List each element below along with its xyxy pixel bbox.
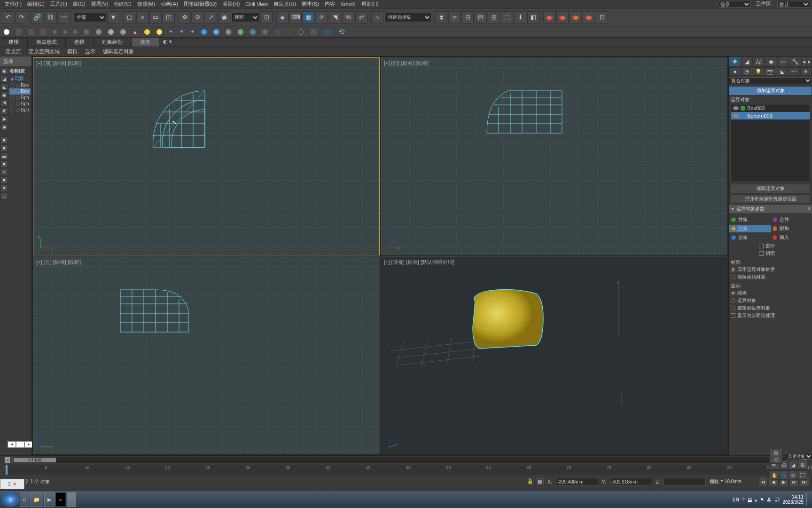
disp-radio-result[interactable] <box>731 291 735 295</box>
render-button[interactable]: 🫖 <box>556 11 569 24</box>
open-explorer-button[interactable]: 打开布尔操作资源管理器 <box>731 194 810 204</box>
add-operand-button[interactable]: 添加运算对象 <box>729 86 812 95</box>
taskbar-explorer-icon[interactable]: 📁 <box>30 492 43 507</box>
create-sel-button[interactable]: ⌂ <box>371 11 383 24</box>
time-slider-thumb[interactable]: 0 / 100 <box>14 458 56 462</box>
cut-checkbox[interactable] <box>759 251 764 256</box>
lt-tool-icon[interactable]: ◣ <box>0 83 8 91</box>
start-button[interactable]: ⊞ <box>2 492 19 507</box>
lock-icon[interactable]: 🔒 <box>527 478 533 485</box>
viewport-label[interactable]: [+] [顶] [标准] [线框] <box>36 60 81 67</box>
disp-radio-selected[interactable] <box>731 306 735 310</box>
pivot-button[interactable]: ⊡ <box>260 11 273 24</box>
rollout-params-header[interactable]: ▼运算对象参数⠿ <box>729 205 812 213</box>
login-combo[interactable]: 登录 <box>718 1 751 8</box>
nav-orbit-icon[interactable]: ⟳ <box>789 470 798 480</box>
system-subtab[interactable]: ✳ <box>800 67 812 76</box>
mirror-button[interactable]: ⧗ <box>435 11 447 24</box>
disp-radio-operands[interactable] <box>731 298 735 303</box>
window-crossing-button[interactable]: ◫ <box>163 11 175 24</box>
display-tab[interactable]: ▭ <box>777 56 789 67</box>
menu-civil[interactable]: Civil View <box>242 1 270 7</box>
link-button[interactable]: 🔗 <box>31 11 43 24</box>
yellow-sphere-icon[interactable] <box>144 29 150 35</box>
tray-vol-icon[interactable]: 🔊 <box>774 497 780 502</box>
viewport-top[interactable]: [+] [顶] [标准] [线框] yx ↖ <box>33 57 380 255</box>
menu-arnold[interactable]: Arnold <box>338 1 359 7</box>
tray-help-icon[interactable]: ? <box>742 497 745 502</box>
nav-walk-icon[interactable]: 👣 <box>779 470 789 480</box>
tray-time[interactable]: 14:11 <box>783 494 804 500</box>
lock-icon[interactable]: ▦ <box>537 478 544 485</box>
menu-group[interactable]: 组(G) <box>70 0 88 8</box>
select-name-button[interactable]: ≡ <box>136 11 148 24</box>
lt-funnel-icon[interactable]: ▼ <box>0 184 8 192</box>
menu-script[interactable]: 脚本(S) <box>299 0 322 8</box>
nav-max-icon[interactable]: ⛶ <box>798 470 807 480</box>
mode-union[interactable]: 并集 <box>731 216 769 223</box>
render-frame-button[interactable]: 🫖 <box>543 11 555 24</box>
move-button[interactable]: ✥ <box>179 11 191 24</box>
ribbon-sub-flow[interactable]: 定义流 <box>2 47 25 56</box>
key-filter-combo[interactable]: 选定对象 <box>786 453 812 460</box>
viewport-perspective[interactable]: [+] [透视] [标准] [默认明暗处理] z z <box>381 256 727 454</box>
geom-subtab[interactable]: ● <box>729 67 741 76</box>
render-last-button[interactable]: 🫖 <box>570 11 582 24</box>
operand-item[interactable]: Box003 <box>731 104 810 112</box>
selection-set-combo[interactable]: 全部 <box>73 13 106 22</box>
select-object-button[interactable]: ◻ <box>123 11 135 24</box>
scene-item[interactable]: Sph <box>9 95 31 101</box>
operands-list[interactable]: Box003 Sphere003 <box>731 104 810 182</box>
select-rect-button[interactable]: ▭ <box>149 11 162 24</box>
curve-editor-button[interactable]: ⊞ <box>488 11 500 24</box>
lt-tool-icon[interactable]: ◢ <box>0 75 8 83</box>
lt-tool-icon[interactable]: ▬ <box>0 152 8 160</box>
ribbon-tab-select[interactable]: 选择 <box>66 38 94 47</box>
percent-snap-button[interactable]: ⬔ <box>329 11 341 24</box>
small-dot-icon[interactable] <box>53 30 56 34</box>
redo-button[interactable]: ↷ <box>15 11 27 24</box>
workspace-combo[interactable]: 默认 <box>777 1 810 8</box>
taskbar-3dsmax-icon[interactable]: 3 <box>67 492 76 507</box>
y-input[interactable] <box>610 478 652 485</box>
mat-icon-2[interactable] <box>28 29 34 35</box>
named-sel-combo[interactable]: 创建选择集 <box>384 13 431 22</box>
taskbar-ie-icon[interactable]: e <box>20 492 29 507</box>
create-tab[interactable]: ✚ <box>729 56 741 67</box>
operand-item[interactable]: Sphere003 <box>731 112 810 119</box>
mode-merge[interactable]: 合并 <box>772 216 811 223</box>
ribbon-tab-modeling[interactable]: 建模 <box>0 38 28 47</box>
gray-sphere-icon[interactable] <box>120 29 126 35</box>
scene-root[interactable]: ◈0(默 <box>9 75 31 82</box>
menu-graph[interactable]: 图形编辑器(D) <box>181 0 219 8</box>
undo-button[interactable]: ↶ <box>2 11 14 24</box>
menu-custom[interactable]: 自定义(U) <box>271 0 299 8</box>
viewport-left[interactable]: [+] [左] [标准] [线框] zy <box>33 256 380 454</box>
tray-net-icon[interactable]: 🖧 <box>767 497 772 502</box>
category-combo[interactable]: 复合对象 <box>729 77 812 84</box>
menu-help[interactable]: 帮助(H) <box>359 0 382 8</box>
teal-sphere-icon[interactable] <box>238 29 243 35</box>
scene-item[interactable]: Box <box>9 82 31 88</box>
ribbon-sub-display[interactable]: 显示 <box>81 47 99 56</box>
helper-subtab[interactable]: ◣ <box>777 67 788 76</box>
bind-button[interactable]: 〰 <box>57 11 70 24</box>
unlink-button[interactable]: ⛓ <box>44 11 56 24</box>
lt-eye-icon[interactable]: ◉ <box>0 67 8 75</box>
hierarchy-tab[interactable]: 品 <box>753 56 765 67</box>
tray-flag-icon[interactable]: ⚑ <box>760 497 764 502</box>
taskbar-app-icon[interactable]: ∞ <box>55 492 66 507</box>
gray-sphere-icon[interactable] <box>84 29 89 35</box>
scene-item[interactable]: Sph <box>9 107 31 113</box>
nav-pan-icon[interactable]: ✋ <box>770 470 779 480</box>
render-prod-button[interactable]: 🫖 <box>583 11 595 24</box>
tray-up-icon[interactable]: ▴ <box>755 497 757 502</box>
lt-tool-icon[interactable]: ◤ <box>0 107 8 115</box>
ribbon-sub-sim[interactable]: 模拟 <box>63 47 81 56</box>
x-input[interactable] <box>556 478 598 485</box>
mat-icon[interactable] <box>16 29 22 35</box>
viewport-label[interactable]: [+] [左] [标准] [线框] <box>36 259 81 266</box>
taskbar-media-icon[interactable]: ▶ <box>44 492 55 507</box>
blue-sphere-icon[interactable] <box>213 29 219 35</box>
scene-list-header[interactable]: 名称(按 <box>9 67 31 75</box>
